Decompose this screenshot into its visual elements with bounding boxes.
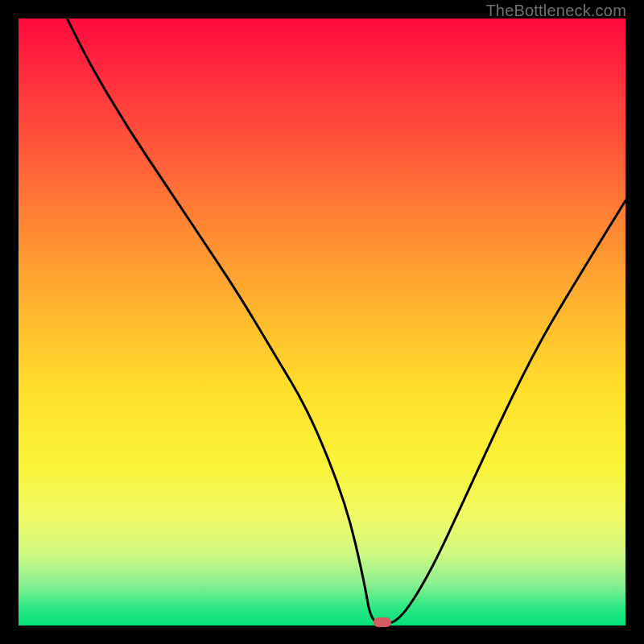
bottleneck-curve xyxy=(19,19,625,625)
plot-area xyxy=(19,19,625,625)
optimal-marker xyxy=(374,617,391,627)
watermark-text: TheBottleneck.com xyxy=(485,2,626,20)
curve-path xyxy=(67,19,625,624)
chart-frame: TheBottleneck.com xyxy=(0,0,644,644)
